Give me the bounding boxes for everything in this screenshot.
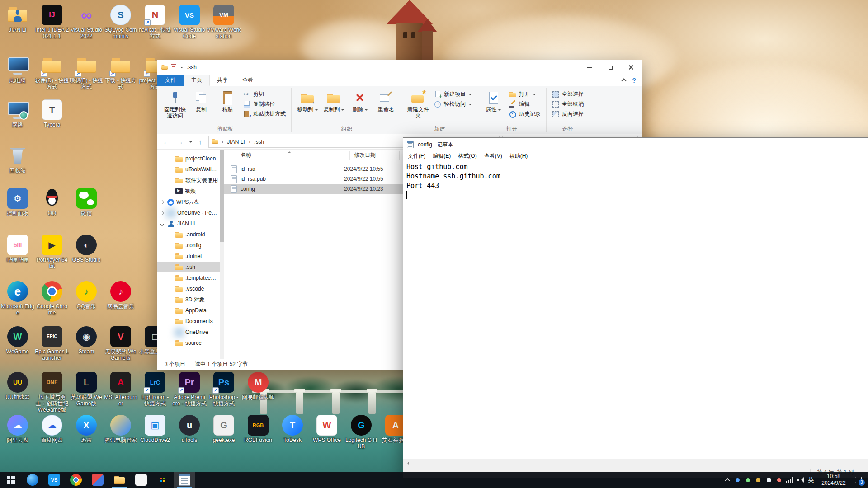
quick-access-toolbar-icon[interactable] [171,64,176,70]
collapse-ribbon-icon[interactable] [622,78,627,83]
sidebar-item-.templateengine[interactable]: .templateengine [157,272,220,283]
sidebar-item-.android[interactable]: .android [157,229,220,240]
desktop-icon-user-files[interactable]: JIAN LI [0,5,35,33]
desktop-icon-netease-music[interactable]: ♪网易云音乐 [104,281,138,310]
sidebar-item-source[interactable]: source [157,338,220,348]
desktop-icon-netease-mail[interactable]: M网易邮箱大师 [241,372,275,400]
taskbar-button-media-app[interactable] [87,472,108,488]
invert-selection-button[interactable]: 反向选择 [550,109,586,119]
sidebar-item-软件安装使用[interactable]: 软件安装使用 [157,175,220,186]
sidebar-item-.ssh[interactable]: .ssh [157,262,220,272]
select-all-button[interactable]: 全部选择 [550,89,586,99]
desktop-icon-recycle-bin[interactable]: 回收站 [0,145,35,174]
history-button[interactable]: 历史记录 [507,109,543,119]
desktop-icon-logitech-ghub[interactable]: GLogitech G HUB [344,415,378,450]
tab-file[interactable]: 文件 [157,75,184,86]
desktop-icon-google-chrome[interactable]: Google Chrome [35,281,69,316]
tray-icon-app-4[interactable] [764,472,774,488]
sidebar-item-.config[interactable]: .config [157,240,220,251]
desktop-icon-aliyun-drive[interactable]: ☁阿里云盘 [0,415,35,443]
edit-button[interactable]: 编辑 [507,99,543,109]
sidebar-item-projectcloen[interactable]: projectCloen [157,153,220,164]
explorer-titlebar[interactable]: .ssh [157,60,642,75]
desktop-icon-todesk[interactable]: TToDesk [275,415,310,443]
desktop-icon-vmware-workstation[interactable]: VMVMware Workstation [207,5,241,39]
taskbar-button-file-explorer[interactable] [108,472,130,488]
properties-button[interactable]: 属性 [481,89,506,127]
sidebar-item-视频[interactable]: 视频 [157,186,220,197]
sidebar-item-appdata[interactable]: AppData [157,305,220,316]
input-language-indicator[interactable]: 英 [805,472,817,488]
desktop-icon-control-panel[interactable]: ⚙控制面板 [0,188,35,216]
notepad-horizontal-scrollbar[interactable] [403,459,868,467]
close-button[interactable] [621,60,642,75]
desktop-icon-drive-e-shortcut[interactable]: ↗联想(E) - 快捷方式 [69,55,104,90]
sidebar-item-onedrive---personal[interactable]: OneDrive - Personal [157,207,220,218]
tab-home[interactable]: 主页 [184,75,210,86]
desktop-icon-obs-studio[interactable]: ◐OBS Studio [69,235,104,263]
menu-view[interactable]: 查看(V) [481,151,506,161]
sidebar-item-3d-对象[interactable]: 3D 对象 [157,294,220,305]
desktop-icon-wps-office[interactable]: WWPS Office [310,415,344,443]
maximize-button[interactable] [600,60,621,75]
volume-icon[interactable] [795,472,805,488]
desktop-icon-microsoft-edge[interactable]: eMicrosoft Edge [0,281,35,316]
desktop-icon-wegame[interactable]: WWeGame [0,326,35,355]
desktop-icon-rgbfusion[interactable]: RGBRGBFusion [241,415,275,443]
menu-help[interactable]: 帮助(H) [506,151,532,161]
desktop-icon-qq-music[interactable]: ♪QQ音乐 [69,281,104,310]
desktop-icon-intellij-idea[interactable]: IJIntelliJ IDEA 2021.1.1 [35,5,69,39]
desktop-icon-visual-studio-2022[interactable]: ∞Visual Studio 2022 [69,5,104,39]
taskbar-clock[interactable]: 10:58 2024/9/22 [817,473,850,487]
open-button[interactable]: 打开 [507,89,543,99]
column-header-date[interactable]: 修改日期 [354,151,376,159]
chevron-icon[interactable] [160,221,165,226]
tray-show-hidden-icons[interactable] [722,472,732,488]
desktop-icon-premiere-shortcut[interactable]: Pr↗Adobe Premiere - 快捷方式 [172,372,207,407]
desktop-icon-this-pc[interactable]: 此电脑 [0,55,35,84]
desktop-icon-qq[interactable]: QQ [35,188,69,216]
desktop-icon-wechat[interactable]: 微信 [69,188,104,216]
tray-icon-app-3[interactable] [753,472,764,488]
paste-button[interactable]: 粘贴 [215,89,240,127]
new-folder-button[interactable]: 新建文件夹 [406,89,431,127]
start-button[interactable] [0,472,22,488]
desktop-icon-vscode[interactable]: VSVisual Studio Code [172,5,207,39]
desktop-icon-potplayer[interactable]: ▶PotPlayer 64 bit [35,235,69,269]
desktop-icon-downloads-shortcut[interactable]: ↗下载 - 快捷方式 [104,55,138,90]
breadcrumb-user[interactable]: JIAN LI [226,139,245,145]
qat-dropdown-icon[interactable] [180,67,183,70]
tray-icon-app-5[interactable] [774,472,784,488]
recent-locations-dropdown[interactable] [189,141,192,144]
desktop-icon-epic-games[interactable]: EPICEpic Games Launcher [35,326,69,361]
desktop-icon-geek[interactable]: Ggeek.exe [207,415,241,443]
up-button[interactable]: ↑ [195,136,206,147]
new-item-button[interactable]: 新建项目 [432,89,474,99]
notepad-text-area[interactable]: Host github.com Hostname ssh.github.com … [403,161,868,459]
copy-to-button[interactable]: → 复制到 [321,89,346,127]
sidebar-item-documents[interactable]: Documents [157,316,220,327]
desktop-icon-lol-wegame[interactable]: L英雄联盟 WeGame版 [69,372,104,407]
menu-file[interactable]: 文件(F) [404,151,429,161]
taskbar-button-ms-colorful[interactable] [152,472,174,488]
desktop-icon-drive-d-shortcut[interactable]: ↗软件(D) - 快捷方式 [35,55,69,90]
desktop-icon-clouddrive2[interactable]: ▣CloudDrive2 [138,415,172,443]
desktop-icon-sqlyog[interactable]: SSQLyog Community [104,5,138,39]
chevron-icon[interactable] [160,211,165,215]
sidebar-item-.vscode[interactable]: .vscode [157,283,220,294]
desktop-icon-uu-booster[interactable]: UUUU加速器 [0,372,35,400]
notepad-titlebar[interactable]: config - 记事本 [403,138,868,151]
paste-shortcut-button[interactable]: 粘贴快捷方式 [241,109,288,119]
scroll-left-arrow[interactable] [403,459,411,467]
rename-button[interactable]: 重命名 [373,89,399,127]
sidebar-item-jian-li[interactable]: JIAN LI [157,218,220,229]
taskbar-button-vscode[interactable]: VS [43,472,65,488]
tray-icon-app-1[interactable] [732,472,743,488]
desktop-icon-navicat-shortcut[interactable]: N↗navicat - 快捷方式 [138,5,172,39]
sidebar-item-onedrive[interactable]: OneDrive [157,327,220,338]
desktop-icon-valorant-wegame[interactable]: V无畏契约 WeGame版 [104,326,138,361]
desktop-icon-thunder[interactable]: X迅雷 [69,415,104,443]
minimize-button[interactable] [579,60,600,75]
copy-path-button[interactable]: 复制路径 [241,99,288,109]
desktop-icon-network[interactable]: 网络 [0,99,35,128]
